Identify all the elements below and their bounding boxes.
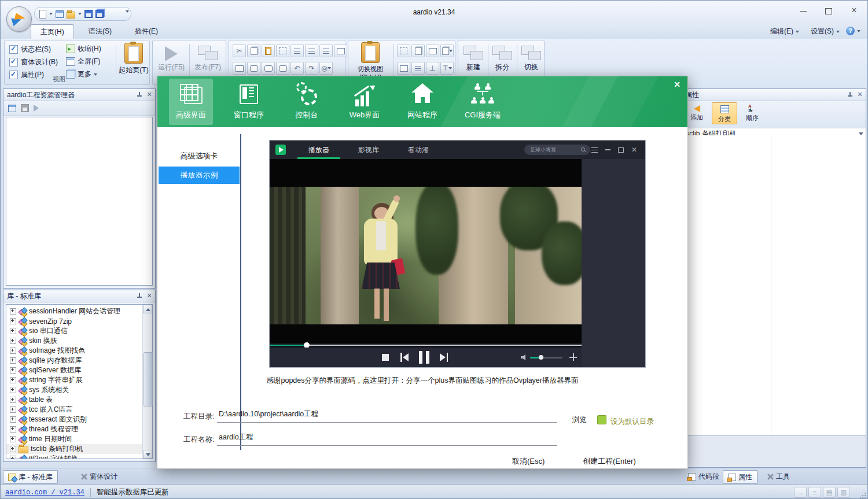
tree-expander-icon[interactable]	[10, 416, 16, 423]
layers-button[interactable]	[440, 45, 454, 57]
library-scrollbar[interactable]	[142, 305, 152, 459]
nav-window-app[interactable]: 窗口程序	[227, 79, 271, 125]
image-editor-button[interactable]	[411, 45, 425, 57]
dialog-close-icon[interactable]: ✕	[674, 80, 681, 89]
new-form-icon[interactable]	[56, 10, 64, 18]
next-icon[interactable]	[440, 353, 448, 362]
library-item[interactable]: sqlite 内存数据库	[6, 356, 152, 365]
maximize-button[interactable]	[820, 5, 837, 17]
player-close-icon[interactable]: ✕	[631, 147, 637, 153]
player-minimize-icon[interactable]	[605, 149, 610, 150]
save-all-icon[interactable]	[95, 10, 104, 18]
project-dir-input[interactable]	[218, 409, 532, 419]
grid-button[interactable]	[411, 62, 425, 75]
new-file-dropdown-icon[interactable]	[49, 13, 53, 15]
project-tree[interactable]	[6, 117, 153, 286]
project-new-icon[interactable]	[8, 105, 16, 112]
sidebar-item-advanced-tab[interactable]: 高级选项卡	[159, 147, 240, 165]
list-icon[interactable]: ≡	[808, 487, 821, 498]
tree-expander-icon[interactable]	[10, 377, 16, 383]
browse-button[interactable]: 浏览	[572, 415, 587, 425]
pin-icon[interactable]	[847, 92, 853, 98]
cut-button[interactable]: ✂	[233, 45, 246, 57]
sidebar-item-player-example[interactable]: 播放器示例	[159, 167, 240, 184]
minimize-button[interactable]	[795, 5, 812, 17]
redo-button[interactable]: ↷	[305, 62, 318, 75]
aardio-site-link[interactable]: aardio.com / v21.34	[5, 489, 84, 497]
pin-icon[interactable]	[137, 293, 142, 299]
select-button[interactable]	[276, 45, 289, 57]
nav-cgi-server[interactable]: CGI服务端	[458, 79, 507, 125]
button-split[interactable]: 拆分	[490, 44, 515, 80]
search-button[interactable]: ◎	[319, 62, 333, 75]
help-button[interactable]: ?	[846, 27, 860, 35]
tree-expander-icon[interactable]	[10, 387, 16, 393]
new-file-icon[interactable]	[39, 10, 46, 19]
tree-expander-icon[interactable]	[10, 446, 16, 452]
player-search-input[interactable]	[529, 146, 578, 153]
anchor-v-button[interactable]: ⊥	[426, 62, 439, 75]
button-switch-view[interactable]: 切换视图 (Ctrl+U)	[352, 42, 389, 80]
project-save-icon[interactable]	[21, 104, 29, 112]
library-item[interactable]: soImage 找图找色	[6, 346, 152, 356]
align-button[interactable]	[319, 45, 333, 57]
button-new-window[interactable]: 新建	[461, 44, 486, 72]
search-icon[interactable]	[581, 147, 586, 152]
project-run-icon[interactable]	[34, 105, 39, 112]
volume-icon[interactable]	[521, 354, 528, 360]
library-item[interactable]: sqlServer 数据库	[6, 365, 152, 375]
library-item[interactable]: skin 换肤	[6, 336, 152, 346]
library-item[interactable]: table 表	[6, 395, 152, 405]
scroll-up-icon[interactable]	[143, 305, 152, 313]
tab-syntax[interactable]: 语法(S)	[79, 24, 121, 39]
save-icon[interactable]	[84, 10, 93, 18]
tree-expander-icon[interactable]	[10, 338, 16, 344]
bubble-remove-button[interactable]	[276, 62, 289, 75]
tree-expander-icon[interactable]	[10, 328, 16, 334]
book-icon[interactable]: ▤	[823, 487, 836, 498]
player-maximize-icon[interactable]	[618, 147, 624, 153]
close-button[interactable]	[845, 5, 863, 17]
tab-form-design[interactable]: 窗体设计	[76, 470, 122, 483]
button-toggle-window[interactable]: 切换	[518, 44, 544, 80]
categorize-button[interactable]: 分类	[712, 102, 737, 124]
doc-icon[interactable]: ▥	[837, 487, 850, 498]
library-item[interactable]: ttf2eot 字体转换	[6, 454, 152, 459]
nav-web-ui[interactable]: Web界面	[343, 79, 387, 125]
tab-home[interactable]: 主页(H)	[31, 24, 74, 39]
button-collapse[interactable]: 收缩(H)	[66, 44, 101, 54]
close-panel-icon[interactable]	[147, 293, 153, 299]
scroll-down-icon[interactable]	[143, 450, 152, 459]
scrollbar-thumb[interactable]	[144, 352, 153, 406]
library-item[interactable]: tcc 嵌入C语言	[6, 405, 152, 415]
nav-advanced-ui[interactable]: 高级界面	[169, 79, 213, 125]
copy-button[interactable]	[247, 45, 260, 57]
nav-console[interactable]: 控制台	[285, 79, 329, 125]
open-file-icon[interactable]	[67, 12, 75, 19]
tab-tools[interactable]: 工具	[762, 470, 795, 483]
close-panel-icon[interactable]	[858, 92, 863, 98]
library-item[interactable]: sevenZip 7zip	[6, 316, 152, 326]
library-item[interactable]: thread 线程管理	[6, 424, 152, 434]
nav-website-app[interactable]: 网站程序	[400, 79, 444, 125]
player-tab-anime[interactable]: 看动漫	[393, 141, 443, 159]
fullscreen-move-icon[interactable]	[569, 353, 577, 361]
pin-icon[interactable]	[137, 92, 142, 98]
tab-snippets[interactable]: 代码段	[683, 470, 724, 483]
tab-properties[interactable]: 属性	[723, 470, 757, 484]
bubble-left-button[interactable]	[262, 62, 275, 75]
library-item[interactable]: string 字符串扩展	[6, 375, 152, 385]
paste-button[interactable]	[262, 45, 275, 57]
stop-icon[interactable]	[382, 354, 389, 361]
library-item[interactable]: sessionHandler 网站会话管理	[6, 306, 152, 316]
button-publish[interactable]: 发布(F7)	[191, 44, 225, 72]
menu-settings[interactable]: 设置(S)	[811, 27, 840, 36]
checkbox-statusbar[interactable]: 状态栏(S)	[9, 45, 51, 54]
library-item[interactable]: sio 串口通信	[6, 326, 152, 336]
indent-button[interactable]	[290, 45, 304, 57]
player-menu-icon[interactable]	[591, 147, 598, 153]
library-item[interactable]: time 日期时间	[6, 434, 152, 444]
tab-library[interactable]: 库 - 标准库	[3, 470, 58, 484]
tab-plugins[interactable]: 插件(E)	[126, 24, 167, 39]
library-item[interactable]: tesseract 图文识别	[6, 415, 152, 424]
